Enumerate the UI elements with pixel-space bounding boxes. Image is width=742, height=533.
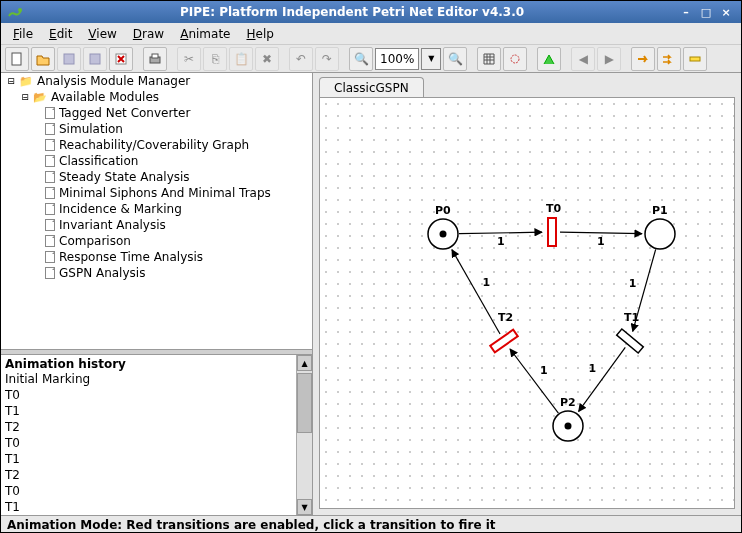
module-label: Response Time Analysis [59,250,203,264]
tree-module-item[interactable]: Classification [1,153,312,169]
redo-button[interactable]: ↷ [315,47,339,71]
file-icon [45,267,55,279]
cut-button[interactable]: ✂ [177,47,201,71]
scroll-down-button[interactable]: ▼ [297,499,312,515]
history-panel: Animation historyInitial MarkingT0T1T2T0… [1,355,312,515]
grid-button[interactable] [477,47,501,71]
menu-draw[interactable]: Draw [125,25,172,43]
undo-button[interactable]: ↶ [289,47,313,71]
transition-label: T2 [498,311,513,324]
arc[interactable] [510,349,558,413]
close-tab-button[interactable] [109,47,133,71]
zoom-dropdown[interactable]: ▼ [421,48,441,70]
collapse-icon[interactable]: ⊟ [19,91,31,103]
place-label: P2 [560,396,576,409]
close-button[interactable]: × [717,4,735,20]
menu-view[interactable]: View [80,25,124,43]
file-icon [45,187,55,199]
tree-module-item[interactable]: Incidence & Marking [1,201,312,217]
window-title: PIPE: Platform Independent Petri Net Edi… [29,5,675,19]
history-row[interactable]: T2 [5,467,292,483]
history-row[interactable]: T0 [5,387,292,403]
menu-file[interactable]: File [5,25,41,43]
save-button[interactable] [57,47,81,71]
tree-module-item[interactable]: GSPN Analysis [1,265,312,281]
transition-label: T0 [546,202,562,215]
step-fwd-button[interactable]: ▶ [597,47,621,71]
history-scrollbar[interactable]: ▲ ▼ [296,355,312,515]
tree-module-item[interactable]: Steady State Analysis [1,169,312,185]
saveas-button[interactable] [83,47,107,71]
step-back-button[interactable]: ◀ [571,47,595,71]
maximize-button[interactable]: □ [697,4,715,20]
history-row[interactable]: T0 [5,483,292,499]
status-text: Animation Mode: Red transitions are enab… [7,518,496,532]
menu-help[interactable]: Help [238,25,281,43]
module-label: Minimal Siphons And Minimal Traps [59,186,271,200]
module-label: Tagged Net Converter [59,106,190,120]
arc[interactable] [579,347,626,411]
tree-module-item[interactable]: Simulation [1,121,312,137]
paste-button[interactable]: 📋 [229,47,253,71]
scroll-thumb[interactable] [297,373,312,433]
app-icon [7,4,23,20]
cycle-button[interactable] [503,47,527,71]
arc-weight: 1 [540,364,548,377]
history-row[interactable]: T0 [5,435,292,451]
transition-t1[interactable] [617,329,644,353]
arc[interactable] [459,232,542,234]
svg-point-7 [511,55,519,63]
random-button[interactable] [631,47,655,71]
arc[interactable] [560,232,642,234]
minimize-button[interactable]: – [677,4,695,20]
left-panel: ⊟Analysis Module Manager⊟Available Modul… [1,73,313,515]
new-button[interactable] [5,47,29,71]
zoom-level[interactable]: 100% [375,48,419,70]
fire-button[interactable] [683,47,707,71]
file-icon [45,171,55,183]
arc[interactable] [452,250,500,334]
open-button[interactable] [31,47,55,71]
file-icon [45,123,55,135]
module-label: Steady State Analysis [59,170,190,184]
tree-root[interactable]: ⊟Analysis Module Manager [1,73,312,89]
zoom-in-button[interactable]: 🔍 [443,47,467,71]
tab-classicgspn[interactable]: ClassicGSPN [319,77,424,98]
tree-module-item[interactable]: Reachability/Coverability Graph [1,137,312,153]
token [440,231,447,238]
toolbar: ✂ ⎘ 📋 ✖ ↶ ↷ 🔍 100% ▼ 🔍 ◀ ▶ [1,45,741,73]
module-label: Incidence & Marking [59,202,182,216]
history-row[interactable]: T2 [5,419,292,435]
folder-icon [19,74,33,88]
file-icon [45,235,55,247]
collapse-icon[interactable]: ⊟ [5,75,17,87]
delete-button[interactable]: ✖ [255,47,279,71]
history-row[interactable]: T1 [5,499,292,515]
place-p1[interactable] [645,219,675,249]
history-row[interactable]: T1 [5,451,292,467]
tree-module-item[interactable]: Response Time Analysis [1,249,312,265]
arc-weight: 1 [597,235,605,248]
history-row[interactable]: T1 [5,403,292,419]
module-label: Reachability/Coverability Graph [59,138,249,152]
scroll-up-button[interactable]: ▲ [297,355,312,371]
print-button[interactable] [143,47,167,71]
tree-module-item[interactable]: Comparison [1,233,312,249]
transition-t0[interactable] [548,218,556,246]
copy-button[interactable]: ⎘ [203,47,227,71]
transition-t2[interactable] [490,330,518,353]
token [565,423,572,430]
canvas[interactable]: 111111P0P1P2T0T1T2 [319,97,735,509]
module-label: GSPN Analysis [59,266,145,280]
tree-module-item[interactable]: Minimal Siphons And Minimal Traps [1,185,312,201]
history-row[interactable]: Initial Marking [5,371,292,387]
module-label: Invariant Analysis [59,218,166,232]
tree-module-item[interactable]: Invariant Analysis [1,217,312,233]
animate-button[interactable] [537,47,561,71]
menu-edit[interactable]: Edit [41,25,80,43]
random-multi-button[interactable] [657,47,681,71]
menu-animate[interactable]: Animate [172,25,238,43]
zoom-out-button[interactable]: 🔍 [349,47,373,71]
tree-module-item[interactable]: Tagged Net Converter [1,105,312,121]
tree-available[interactable]: ⊟Available Modules [1,89,312,105]
